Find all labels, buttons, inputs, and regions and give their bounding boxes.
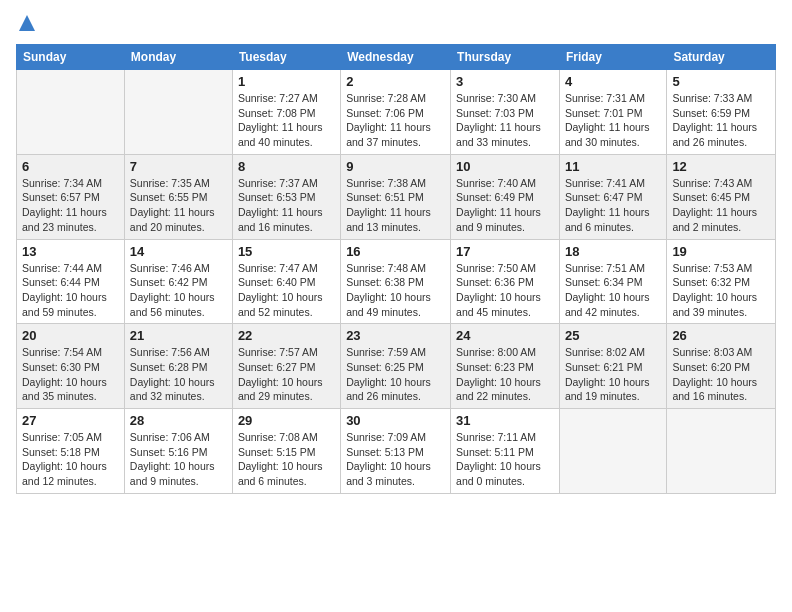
day-number: 16 xyxy=(346,244,445,259)
day-detail: Sunrise: 7:27 AM Sunset: 7:08 PM Dayligh… xyxy=(238,91,335,150)
day-detail: Sunrise: 7:53 AM Sunset: 6:32 PM Dayligh… xyxy=(672,261,770,320)
weekday-header-saturday: Saturday xyxy=(667,45,776,70)
day-number: 11 xyxy=(565,159,661,174)
calendar-cell xyxy=(17,70,125,155)
day-number: 15 xyxy=(238,244,335,259)
calendar-week-row: 1Sunrise: 7:27 AM Sunset: 7:08 PM Daylig… xyxy=(17,70,776,155)
calendar-cell: 12Sunrise: 7:43 AM Sunset: 6:45 PM Dayli… xyxy=(667,154,776,239)
day-detail: Sunrise: 7:05 AM Sunset: 5:18 PM Dayligh… xyxy=(22,430,119,489)
calendar-cell: 27Sunrise: 7:05 AM Sunset: 5:18 PM Dayli… xyxy=(17,409,125,494)
calendar-cell: 6Sunrise: 7:34 AM Sunset: 6:57 PM Daylig… xyxy=(17,154,125,239)
day-detail: Sunrise: 7:50 AM Sunset: 6:36 PM Dayligh… xyxy=(456,261,554,320)
logo-triangle-icon xyxy=(18,14,36,32)
calendar-cell: 8Sunrise: 7:37 AM Sunset: 6:53 PM Daylig… xyxy=(232,154,340,239)
day-detail: Sunrise: 7:54 AM Sunset: 6:30 PM Dayligh… xyxy=(22,345,119,404)
calendar-cell xyxy=(667,409,776,494)
calendar-cell: 13Sunrise: 7:44 AM Sunset: 6:44 PM Dayli… xyxy=(17,239,125,324)
calendar-cell: 10Sunrise: 7:40 AM Sunset: 6:49 PM Dayli… xyxy=(451,154,560,239)
day-number: 17 xyxy=(456,244,554,259)
day-detail: Sunrise: 7:40 AM Sunset: 6:49 PM Dayligh… xyxy=(456,176,554,235)
day-detail: Sunrise: 7:47 AM Sunset: 6:40 PM Dayligh… xyxy=(238,261,335,320)
day-detail: Sunrise: 7:28 AM Sunset: 7:06 PM Dayligh… xyxy=(346,91,445,150)
day-detail: Sunrise: 7:06 AM Sunset: 5:16 PM Dayligh… xyxy=(130,430,227,489)
day-detail: Sunrise: 7:35 AM Sunset: 6:55 PM Dayligh… xyxy=(130,176,227,235)
day-number: 26 xyxy=(672,328,770,343)
day-detail: Sunrise: 7:30 AM Sunset: 7:03 PM Dayligh… xyxy=(456,91,554,150)
day-detail: Sunrise: 7:43 AM Sunset: 6:45 PM Dayligh… xyxy=(672,176,770,235)
day-number: 27 xyxy=(22,413,119,428)
calendar-cell: 23Sunrise: 7:59 AM Sunset: 6:25 PM Dayli… xyxy=(341,324,451,409)
calendar-cell: 25Sunrise: 8:02 AM Sunset: 6:21 PM Dayli… xyxy=(559,324,666,409)
weekday-header-sunday: Sunday xyxy=(17,45,125,70)
day-detail: Sunrise: 7:41 AM Sunset: 6:47 PM Dayligh… xyxy=(565,176,661,235)
calendar-cell: 26Sunrise: 8:03 AM Sunset: 6:20 PM Dayli… xyxy=(667,324,776,409)
day-detail: Sunrise: 7:08 AM Sunset: 5:15 PM Dayligh… xyxy=(238,430,335,489)
day-number: 9 xyxy=(346,159,445,174)
calendar-cell: 7Sunrise: 7:35 AM Sunset: 6:55 PM Daylig… xyxy=(124,154,232,239)
svg-marker-0 xyxy=(19,15,35,31)
calendar-cell: 14Sunrise: 7:46 AM Sunset: 6:42 PM Dayli… xyxy=(124,239,232,324)
calendar-cell: 17Sunrise: 7:50 AM Sunset: 6:36 PM Dayli… xyxy=(451,239,560,324)
day-number: 19 xyxy=(672,244,770,259)
weekday-header-wednesday: Wednesday xyxy=(341,45,451,70)
day-detail: Sunrise: 8:00 AM Sunset: 6:23 PM Dayligh… xyxy=(456,345,554,404)
day-number: 14 xyxy=(130,244,227,259)
day-number: 1 xyxy=(238,74,335,89)
day-number: 25 xyxy=(565,328,661,343)
calendar-week-row: 20Sunrise: 7:54 AM Sunset: 6:30 PM Dayli… xyxy=(17,324,776,409)
day-number: 18 xyxy=(565,244,661,259)
day-detail: Sunrise: 7:09 AM Sunset: 5:13 PM Dayligh… xyxy=(346,430,445,489)
day-detail: Sunrise: 7:33 AM Sunset: 6:59 PM Dayligh… xyxy=(672,91,770,150)
day-detail: Sunrise: 7:44 AM Sunset: 6:44 PM Dayligh… xyxy=(22,261,119,320)
calendar-cell: 1Sunrise: 7:27 AM Sunset: 7:08 PM Daylig… xyxy=(232,70,340,155)
day-number: 22 xyxy=(238,328,335,343)
calendar-cell: 9Sunrise: 7:38 AM Sunset: 6:51 PM Daylig… xyxy=(341,154,451,239)
calendar-cell: 21Sunrise: 7:56 AM Sunset: 6:28 PM Dayli… xyxy=(124,324,232,409)
day-number: 31 xyxy=(456,413,554,428)
day-number: 28 xyxy=(130,413,227,428)
logo xyxy=(16,10,36,36)
day-number: 23 xyxy=(346,328,445,343)
day-detail: Sunrise: 7:46 AM Sunset: 6:42 PM Dayligh… xyxy=(130,261,227,320)
header xyxy=(16,10,776,36)
day-number: 29 xyxy=(238,413,335,428)
day-number: 6 xyxy=(22,159,119,174)
day-detail: Sunrise: 7:59 AM Sunset: 6:25 PM Dayligh… xyxy=(346,345,445,404)
calendar-cell: 3Sunrise: 7:30 AM Sunset: 7:03 PM Daylig… xyxy=(451,70,560,155)
calendar-cell: 31Sunrise: 7:11 AM Sunset: 5:11 PM Dayli… xyxy=(451,409,560,494)
calendar-cell: 20Sunrise: 7:54 AM Sunset: 6:30 PM Dayli… xyxy=(17,324,125,409)
day-number: 30 xyxy=(346,413,445,428)
day-detail: Sunrise: 7:56 AM Sunset: 6:28 PM Dayligh… xyxy=(130,345,227,404)
day-detail: Sunrise: 8:03 AM Sunset: 6:20 PM Dayligh… xyxy=(672,345,770,404)
day-number: 2 xyxy=(346,74,445,89)
day-number: 21 xyxy=(130,328,227,343)
calendar-week-row: 13Sunrise: 7:44 AM Sunset: 6:44 PM Dayli… xyxy=(17,239,776,324)
day-number: 5 xyxy=(672,74,770,89)
day-detail: Sunrise: 7:37 AM Sunset: 6:53 PM Dayligh… xyxy=(238,176,335,235)
calendar-cell: 15Sunrise: 7:47 AM Sunset: 6:40 PM Dayli… xyxy=(232,239,340,324)
calendar-cell: 29Sunrise: 7:08 AM Sunset: 5:15 PM Dayli… xyxy=(232,409,340,494)
day-detail: Sunrise: 7:57 AM Sunset: 6:27 PM Dayligh… xyxy=(238,345,335,404)
calendar-cell: 19Sunrise: 7:53 AM Sunset: 6:32 PM Dayli… xyxy=(667,239,776,324)
calendar-cell: 2Sunrise: 7:28 AM Sunset: 7:06 PM Daylig… xyxy=(341,70,451,155)
day-number: 8 xyxy=(238,159,335,174)
day-detail: Sunrise: 7:38 AM Sunset: 6:51 PM Dayligh… xyxy=(346,176,445,235)
day-detail: Sunrise: 7:11 AM Sunset: 5:11 PM Dayligh… xyxy=(456,430,554,489)
day-detail: Sunrise: 8:02 AM Sunset: 6:21 PM Dayligh… xyxy=(565,345,661,404)
calendar-cell xyxy=(559,409,666,494)
weekday-header-thursday: Thursday xyxy=(451,45,560,70)
calendar-cell: 11Sunrise: 7:41 AM Sunset: 6:47 PM Dayli… xyxy=(559,154,666,239)
day-number: 20 xyxy=(22,328,119,343)
day-number: 13 xyxy=(22,244,119,259)
day-detail: Sunrise: 7:48 AM Sunset: 6:38 PM Dayligh… xyxy=(346,261,445,320)
day-detail: Sunrise: 7:34 AM Sunset: 6:57 PM Dayligh… xyxy=(22,176,119,235)
calendar-cell xyxy=(124,70,232,155)
page: SundayMondayTuesdayWednesdayThursdayFrid… xyxy=(0,0,792,612)
day-detail: Sunrise: 7:31 AM Sunset: 7:01 PM Dayligh… xyxy=(565,91,661,150)
day-number: 12 xyxy=(672,159,770,174)
day-number: 24 xyxy=(456,328,554,343)
calendar-cell: 30Sunrise: 7:09 AM Sunset: 5:13 PM Dayli… xyxy=(341,409,451,494)
calendar-cell: 24Sunrise: 8:00 AM Sunset: 6:23 PM Dayli… xyxy=(451,324,560,409)
weekday-header-friday: Friday xyxy=(559,45,666,70)
day-number: 3 xyxy=(456,74,554,89)
